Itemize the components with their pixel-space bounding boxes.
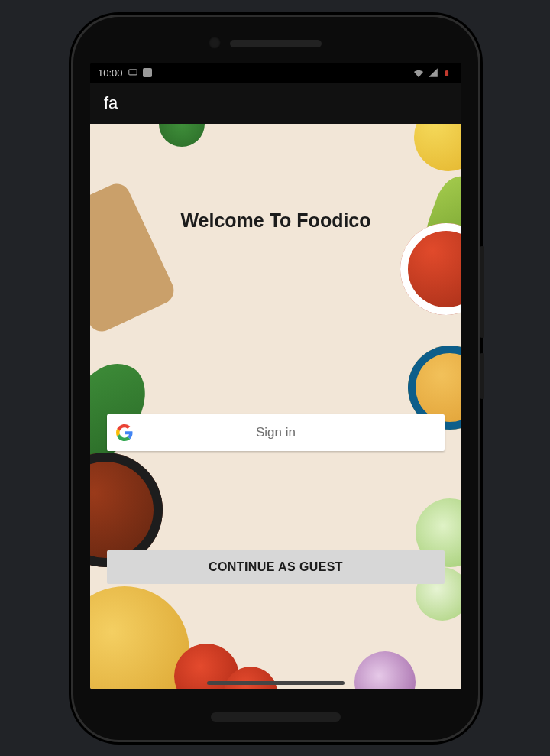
phone-speaker (230, 40, 322, 47)
svg-rect-1 (445, 70, 448, 76)
food-decoration (90, 180, 178, 336)
food-decoration (400, 223, 461, 315)
app-bar: fa (90, 83, 461, 124)
signin-label: Sign in (107, 425, 445, 440)
status-bar: 10:00 (90, 63, 461, 83)
battery-icon (443, 67, 454, 78)
guest-label: CONTINUE AS GUEST (209, 560, 343, 574)
status-time: 10:00 (98, 67, 123, 79)
wifi-icon (412, 67, 423, 78)
food-decoration (414, 124, 461, 171)
google-signin-button[interactable]: Sign in (107, 414, 445, 451)
cast-icon (128, 67, 138, 78)
signal-icon (428, 67, 438, 78)
power-button (480, 353, 484, 399)
continue-as-guest-button[interactable]: CONTINUE AS GUEST (107, 550, 445, 584)
home-indicator[interactable] (207, 681, 345, 685)
welcome-screen: Welcome To Foodico Sign in CONTINUE AS G… (90, 124, 461, 689)
food-decoration (354, 651, 416, 689)
app-title: fa (104, 93, 118, 113)
phone-camera (209, 37, 221, 49)
phone-bottom-speaker (211, 712, 341, 722)
phone-frame: 10:00 fa (73, 17, 478, 740)
volume-button (480, 246, 484, 338)
food-decoration (90, 352, 155, 469)
screen: 10:00 fa (90, 63, 461, 689)
svg-rect-0 (128, 70, 137, 75)
food-decoration (159, 124, 205, 147)
welcome-heading: Welcome To Foodico (90, 209, 461, 232)
svg-rect-2 (446, 70, 448, 70)
sd-card-icon (143, 68, 152, 77)
